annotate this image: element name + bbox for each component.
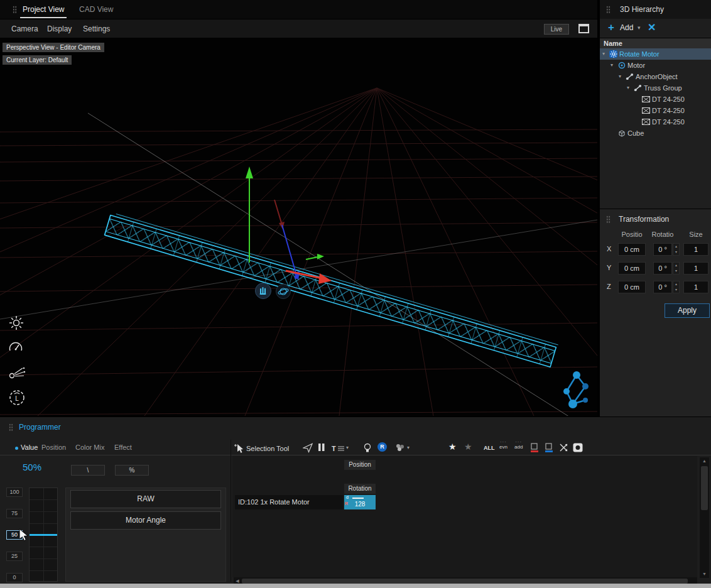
- drag-handle-icon[interactable]: [9, 423, 13, 432]
- tab-project-view[interactable]: Project View: [20, 0, 67, 18]
- record-target-icon[interactable]: [573, 443, 583, 454]
- text-lines-icon[interactable]: [338, 445, 344, 454]
- size-x-field[interactable]: 1: [683, 243, 708, 256]
- tree-item-truss-group[interactable]: ▾ Truss Group: [600, 82, 711, 94]
- expander-caret-icon[interactable]: ▾: [627, 82, 629, 94]
- expander-caret-icon[interactable]: ▾: [619, 71, 621, 82]
- delete-object-icon[interactable]: ✕: [648, 21, 656, 33]
- expander-caret-icon[interactable]: ▾: [611, 60, 613, 71]
- hscroll-thumb[interactable]: [242, 579, 688, 584]
- pan-hand-badge[interactable]: [254, 282, 272, 302]
- spin-down-icon[interactable]: ▾: [673, 268, 679, 274]
- percent-button[interactable]: %: [115, 465, 149, 476]
- chevron-down-icon[interactable]: ▾: [407, 445, 410, 450]
- scale-75-button[interactable]: 75: [6, 509, 23, 518]
- drag-handle-icon[interactable]: [13, 6, 17, 14]
- tree-item-motor[interactable]: ▾ Motor: [600, 60, 711, 71]
- speed-gauge-icon[interactable]: [8, 339, 28, 359]
- vscroll-thumb[interactable]: [701, 466, 708, 510]
- vertical-scrollbar[interactable]: ▲ ▼: [700, 457, 709, 578]
- molecule-icon[interactable]: [553, 368, 594, 416]
- scale-25-button[interactable]: 25: [6, 552, 23, 561]
- tree-item-truss[interactable]: DT 24-250: [600, 116, 711, 128]
- menu-display[interactable]: Display: [47, 19, 72, 38]
- add-plus-icon[interactable]: +: [608, 21, 614, 34]
- fixture-group-icon[interactable]: [395, 443, 405, 454]
- follow-loop-icon[interactable]: L: [8, 388, 28, 408]
- add-chevron-down-icon[interactable]: ▾: [638, 24, 641, 31]
- maximize-icon[interactable]: [578, 24, 589, 33]
- scale-0-button[interactable]: 0: [6, 573, 23, 582]
- scale-100-button[interactable]: 100: [6, 487, 23, 497]
- expander-caret-icon[interactable]: ▾: [602, 48, 605, 60]
- tab-effect[interactable]: Effect: [114, 444, 132, 451]
- lamp-icon[interactable]: [363, 443, 372, 455]
- clear-blue-icon[interactable]: [544, 443, 554, 455]
- tree-item-cube[interactable]: Cube: [600, 128, 711, 139]
- all-button[interactable]: ALL: [484, 445, 495, 451]
- rotation-y-field[interactable]: 0 °: [653, 262, 672, 275]
- tree-item-anchorobject[interactable]: ▾ AnchorObject: [600, 71, 711, 82]
- particles-icon[interactable]: [8, 364, 28, 384]
- chevron-down-icon[interactable]: ▾: [346, 445, 349, 450]
- raw-button[interactable]: RAW: [70, 490, 221, 508]
- tab-position[interactable]: Position: [41, 444, 66, 451]
- menu-camera[interactable]: Camera: [11, 19, 38, 38]
- rotation-value-cell[interactable]: d R 128: [344, 495, 376, 509]
- spin-up-icon[interactable]: ▴: [673, 281, 679, 287]
- drag-handle-icon[interactable]: [606, 6, 611, 14]
- motor-angle-button[interactable]: Motor Angle: [70, 511, 221, 530]
- position-y-field[interactable]: 0 cm: [618, 262, 646, 275]
- size-y-field[interactable]: 1: [683, 262, 708, 275]
- clear-red-icon[interactable]: [529, 443, 540, 455]
- selection-tool-label[interactable]: Selection Tool: [246, 445, 289, 452]
- text-tool-icon[interactable]: T: [332, 445, 336, 452]
- rotation-x-field[interactable]: 0 °: [653, 243, 672, 256]
- divider: [0, 455, 711, 455]
- rotation-x-stepper[interactable]: ▴▾: [673, 243, 680, 256]
- live-button[interactable]: Live: [544, 24, 569, 35]
- tree-item-label: AnchorObject: [636, 71, 678, 82]
- pause-icon[interactable]: [318, 443, 325, 454]
- tab-color-mix[interactable]: Color Mix: [75, 444, 104, 451]
- star-filled-icon[interactable]: ★: [448, 442, 457, 452]
- even-selection-button[interactable]: ···evn: [499, 440, 507, 449]
- spin-up-icon[interactable]: ▴: [673, 244, 679, 249]
- tree-item-truss[interactable]: DT 24-250: [600, 105, 711, 116]
- apply-button[interactable]: Apply: [665, 303, 710, 318]
- tree-item-truss[interactable]: DT 24-250: [600, 94, 711, 105]
- position-x-field[interactable]: 0 cm: [618, 243, 646, 256]
- slash-button[interactable]: \: [71, 465, 105, 476]
- scroll-down-icon[interactable]: ▼: [700, 570, 709, 578]
- cross-arrows-icon[interactable]: [559, 443, 568, 454]
- bone-icon: [626, 73, 634, 80]
- tab-value[interactable]: Value: [21, 444, 38, 451]
- selection-tool-icon[interactable]: [234, 443, 244, 455]
- 3d-viewport[interactable]: Perspective View - Editor Camera Current…: [0, 38, 597, 416]
- menu-settings[interactable]: Settings: [83, 19, 110, 38]
- tree-item-rotate-motor[interactable]: ▾ Rotate Motor: [600, 48, 711, 60]
- send-plane-icon[interactable]: [303, 443, 313, 455]
- scroll-up-icon[interactable]: ▲: [700, 457, 709, 465]
- tab-cad-view[interactable]: CAD View: [77, 0, 116, 18]
- position-z-field[interactable]: 0 cm: [618, 281, 646, 293]
- add-button[interactable]: Add: [620, 23, 633, 32]
- rotation-y-stepper[interactable]: ▴▾: [673, 262, 680, 275]
- fader-tick: [30, 523, 57, 524]
- value-fader[interactable]: [29, 487, 58, 582]
- rotation-z-field[interactable]: 0 °: [653, 281, 672, 293]
- star-dim-icon[interactable]: ★: [464, 442, 472, 452]
- rotation-z-stepper[interactable]: ▴▾: [673, 281, 680, 293]
- sun-icon[interactable]: [8, 314, 28, 334]
- add-selection-button[interactable]: ···add: [514, 440, 523, 449]
- drag-handle-icon[interactable]: [606, 215, 611, 224]
- fader-level-indicator[interactable]: [30, 534, 57, 536]
- orbit-badge[interactable]: [275, 283, 291, 302]
- spin-down-icon[interactable]: ▾: [673, 287, 679, 293]
- spin-down-icon[interactable]: ▾: [673, 249, 679, 255]
- record-r-badge[interactable]: R: [377, 442, 387, 452]
- scale-50-button[interactable]: 50: [6, 530, 23, 540]
- spin-up-icon[interactable]: ▴: [673, 263, 679, 268]
- fixture-row-label[interactable]: ID:102 1x Rotate Motor: [235, 495, 343, 509]
- size-z-field[interactable]: 1: [683, 281, 708, 293]
